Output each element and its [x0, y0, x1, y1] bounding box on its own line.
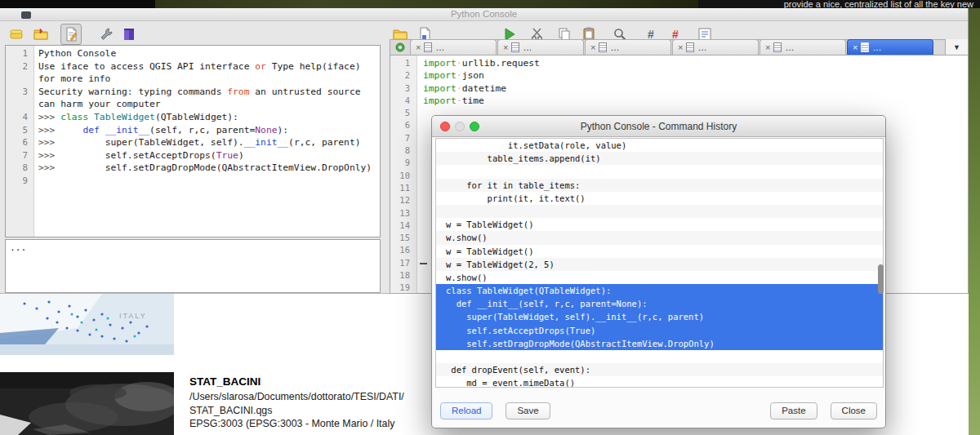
console-line: 2Use iface to access QGIS API interface … — [6, 60, 380, 73]
scrollbar-thumb[interactable] — [878, 264, 884, 294]
console-line: 6>>> super(TableWidget, self).__init__(r… — [6, 136, 380, 149]
console-line: can harm your computer — [6, 98, 380, 111]
desktop-wallpaper — [155, 0, 698, 8]
editor-line: 3import·datetime — [390, 82, 968, 95]
paste-button[interactable]: Paste — [770, 402, 817, 419]
editor-tab[interactable]: ×… — [497, 39, 584, 55]
project-crs: EPSG:3003 (EPSG:3003 - Monte Mario / Ita… — [189, 417, 467, 431]
tab-label: … — [872, 42, 881, 52]
tab-list-dropdown[interactable]: ▼ — [945, 39, 968, 55]
desktop-black-region — [0, 0, 155, 8]
tab-label: … — [435, 42, 444, 52]
console-line: 7>>> self.setAcceptDrops(True) — [6, 149, 380, 162]
save-button[interactable]: Save — [506, 402, 550, 419]
tab-label: … — [697, 42, 706, 52]
history-item[interactable]: def dropEvent(self, event): — [436, 363, 883, 376]
editor-line: 1import·urllib.request — [390, 57, 968, 69]
chevron-down-icon: ▼ — [953, 43, 960, 51]
dialog-footer: Reload Save Paste Close — [432, 401, 885, 420]
document-icon — [599, 42, 607, 52]
history-item[interactable]: class TableWidget(QTableWidget): — [436, 284, 883, 297]
project-title: STAT_BACINI — [189, 375, 467, 388]
editor-tab[interactable]: ×… — [585, 39, 671, 55]
history-item[interactable]: w.show() — [436, 271, 883, 284]
history-item[interactable]: it.setData(role, value) — [436, 139, 883, 152]
options-icon[interactable] — [98, 26, 114, 42]
console-line: 9 — [6, 175, 380, 188]
editor-tab[interactable]: ×… — [410, 39, 497, 55]
recent-project-entry[interactable]: STAT_BACINI /Users/slarosa/Documents/dot… — [189, 375, 467, 431]
console-line: 8>>> self.setDragDropMode(QAbstractItemV… — [6, 162, 380, 175]
console-line: 1Python Console — [6, 47, 380, 60]
open-file-icon[interactable] — [33, 26, 49, 42]
history-item[interactable]: w = TableWidget(2, 5) — [436, 258, 883, 271]
help-icon[interactable] — [121, 26, 137, 42]
tab-label: … — [523, 42, 532, 52]
map-label-italy: ITALY — [119, 312, 147, 320]
project-path-line-2: STAT_BACINI.qgs — [189, 404, 467, 418]
new-tab-icon[interactable] — [390, 39, 410, 55]
tab-close-icon[interactable]: × — [503, 43, 508, 52]
document-icon — [424, 42, 432, 52]
document-icon — [686, 42, 694, 52]
editor-tab[interactable]: ×… — [847, 39, 933, 55]
history-item[interactable]: w = TableWidget() — [436, 245, 883, 258]
window-titlebar[interactable]: Python Console — [0, 8, 968, 21]
history-list[interactable]: it.setData(role, value) table_items.appe… — [435, 138, 884, 388]
editor-line: 2import·json — [390, 69, 968, 82]
history-item[interactable] — [436, 165, 883, 178]
minimize-traffic-light-icon[interactable] — [455, 122, 465, 131]
editor-tab[interactable]: ×… — [672, 39, 759, 55]
history-item[interactable]: for it in table_items: — [436, 179, 883, 192]
desktop-background: provide a nice, centralized list of all … — [0, 0, 980, 8]
tab-close-icon[interactable]: × — [853, 43, 858, 52]
tab-label: … — [785, 42, 794, 52]
dialog-titlebar[interactable]: Python Console - Command History — [432, 116, 885, 137]
console-line: for more info — [6, 73, 380, 86]
console-output[interactable]: 1Python Console2Use iface to access QGIS… — [5, 45, 381, 237]
document-icon — [861, 42, 869, 52]
close-button[interactable]: Close — [831, 402, 877, 419]
background-window: provide a nice, centralized list of all … — [698, 0, 980, 8]
desktop-wallpaper-right — [969, 8, 980, 435]
history-item[interactable]: super(TableWidget, self).__init__(r,c, p… — [436, 310, 883, 323]
close-traffic-light-icon[interactable] — [440, 122, 450, 131]
document-icon — [773, 42, 782, 52]
console-input[interactable]: ... — [5, 239, 381, 293]
history-item[interactable]: print(it, it.text() — [436, 192, 883, 205]
clear-console-icon[interactable] — [8, 26, 24, 42]
history-item[interactable] — [436, 205, 883, 218]
history-item[interactable]: w = TableWidget() — [436, 218, 883, 231]
project-path-line-1: /Users/slarosa/Documents/dottorato/TESI/… — [189, 390, 467, 404]
history-item[interactable]: table_items.append(it) — [436, 152, 883, 165]
editor-tab[interactable]: ×… — [760, 39, 846, 55]
recent-project-thumbnail-map[interactable]: ITALY — [0, 294, 174, 355]
history-item[interactable]: w.show() — [436, 231, 883, 244]
history-item[interactable]: def __init__(self, r,c, parent=None): — [436, 297, 883, 310]
editor-tab-bar: ×…×…×…×…×…×… ▼ — [390, 39, 969, 55]
tab-label: … — [610, 42, 619, 52]
console-input-prompt: ... — [6, 240, 380, 253]
window-title: Python Console — [0, 8, 968, 20]
console-line: 5>>> def __init__(self, r,c, parent=None… — [6, 124, 380, 137]
command-history-dialog: Python Console - Command History it.setD… — [431, 115, 886, 428]
tab-close-icon[interactable]: × — [416, 43, 421, 52]
history-item[interactable]: self.setAcceptDrops(True) — [436, 324, 883, 337]
history-item[interactable] — [436, 350, 883, 363]
show-editor-icon[interactable] — [60, 24, 82, 45]
console-rows: 1Python Console2Use iface to access QGIS… — [6, 46, 380, 188]
zoom-traffic-light-icon[interactable] — [470, 122, 479, 131]
console-line: 4>>> class TableWidget(QTableWidget): — [6, 111, 380, 124]
console-line: 3Security warning: typing commands from … — [6, 86, 380, 99]
fold-marker-icon[interactable] — [420, 263, 427, 264]
editor-line: 4import·time — [390, 95, 968, 107]
tab-close-icon[interactable]: × — [590, 43, 595, 52]
document-icon — [511, 42, 519, 52]
reload-button[interactable]: Reload — [440, 402, 492, 419]
tab-close-icon[interactable]: × — [678, 43, 683, 52]
history-item[interactable]: self.setDragDropMode(QAbstractItemView.D… — [436, 337, 883, 350]
history-item[interactable]: md = event.mimeData() — [436, 376, 883, 388]
recent-project-thumbnail-relief[interactable] — [0, 372, 174, 435]
background-window-text: provide a nice, centralized list of all … — [698, 0, 980, 8]
tab-close-icon[interactable]: × — [765, 43, 770, 52]
